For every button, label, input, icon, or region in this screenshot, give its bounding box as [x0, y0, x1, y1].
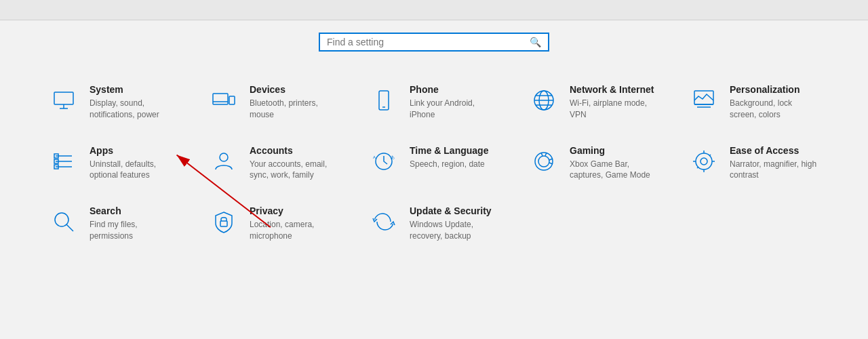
network-desc: Wi-Fi, airplane mode, VPN: [570, 98, 660, 121]
privacy-title: Privacy: [250, 205, 340, 216]
personalization-desc: Background, lock screen, colors: [730, 98, 821, 121]
top-bar: [0, 0, 868, 20]
ease-title: Ease of Access: [730, 145, 821, 156]
setting-item-time[interactable]: A あ Time & Language Speech, region, date: [354, 133, 514, 194]
search-icon: 🔍: [530, 37, 541, 47]
ease-text: Ease of Access Narrator, magnifier, high…: [730, 145, 821, 182]
setting-item-network[interactable]: Network & Internet Wi-Fi, airplane mode,…: [514, 72, 674, 133]
apps-text: Apps Uninstall, defaults, optional featu…: [90, 145, 180, 182]
svg-line-38: [709, 155, 711, 156]
setting-item-update[interactable]: Update & Security Windows Update, recove…: [354, 193, 514, 254]
privacy-text: Privacy Location, camera, microphone: [250, 205, 340, 242]
system-icon: [47, 84, 80, 117]
svg-rect-42: [220, 221, 227, 226]
accounts-title: Accounts: [250, 145, 340, 156]
svg-line-41: [66, 224, 73, 231]
svg-point-27: [538, 156, 549, 167]
phone-title: Phone: [410, 84, 500, 95]
apps-desc: Uninstall, defaults, optional features: [90, 159, 180, 182]
update-desc: Windows Update, recovery, backup: [410, 219, 500, 242]
svg-point-33: [701, 158, 707, 165]
update-text: Update & Security Windows Update, recove…: [410, 205, 500, 242]
personalization-title: Personalization: [730, 84, 821, 95]
search-bar[interactable]: 🔍: [319, 33, 549, 52]
ease-desc: Narrator, magnifier, high contrast: [730, 159, 821, 182]
time-icon: A あ: [368, 145, 400, 178]
search-input[interactable]: [327, 37, 527, 47]
setting-item-gaming[interactable]: Gaming Xbox Game Bar, captures, Game Mod…: [514, 133, 674, 194]
network-title: Network & Internet: [570, 84, 660, 95]
search-bar-container: 🔍: [0, 33, 868, 52]
svg-point-22: [220, 153, 228, 161]
phone-icon: [368, 84, 400, 117]
svg-point-26: [535, 153, 553, 170]
gaming-icon: [528, 145, 560, 178]
setting-item-system[interactable]: System Display, sound, notifications, po…: [34, 72, 194, 133]
svg-rect-0: [54, 92, 73, 104]
devices-desc: Bluetooth, printers, mouse: [250, 98, 340, 121]
svg-rect-3: [213, 94, 228, 104]
personalization-icon: [688, 84, 720, 117]
search-text: Search Find my files, permissions: [90, 205, 180, 242]
update-title: Update & Security: [410, 205, 500, 216]
settings-grid: System Display, sound, notifications, po…: [34, 72, 834, 254]
search-title: Search: [90, 205, 180, 216]
system-title: System: [90, 84, 180, 95]
accounts-desc: Your accounts, email, sync, work, family: [250, 159, 340, 182]
devices-text: Devices Bluetooth, printers, mouse: [250, 84, 340, 121]
setting-item-personalization[interactable]: Personalization Background, lock screen,…: [674, 72, 834, 133]
setting-item-accounts[interactable]: Accounts Your accounts, email, sync, wor…: [194, 133, 354, 194]
update-icon: [368, 205, 400, 238]
setting-item-apps[interactable]: Apps Uninstall, defaults, optional featu…: [34, 133, 194, 194]
time-desc: Speech, region, date: [410, 159, 488, 170]
devices-title: Devices: [250, 84, 340, 95]
apps-title: Apps: [90, 145, 180, 156]
personalization-text: Personalization Background, lock screen,…: [730, 84, 821, 121]
gaming-title: Gaming: [570, 145, 660, 156]
gaming-text: Gaming Xbox Game Bar, captures, Game Mod…: [570, 145, 660, 182]
search-icon: [47, 205, 80, 238]
accounts-text: Accounts Your accounts, email, sync, wor…: [250, 145, 340, 182]
setting-item-phone[interactable]: Phone Link your Android, iPhone: [354, 72, 514, 133]
setting-item-ease[interactable]: Ease of Access Narrator, magnifier, high…: [674, 133, 834, 194]
gaming-desc: Xbox Game Bar, captures, Game Mode: [570, 159, 660, 182]
setting-item-privacy[interactable]: Privacy Location, camera, microphone: [194, 193, 354, 254]
svg-text:A: A: [373, 155, 376, 159]
svg-rect-4: [229, 96, 235, 104]
time-title: Time & Language: [410, 145, 488, 156]
network-icon: [528, 84, 560, 117]
svg-text:あ: あ: [391, 155, 395, 160]
time-text: Time & Language Speech, region, date: [410, 145, 488, 170]
phone-desc: Link your Android, iPhone: [410, 98, 500, 121]
apps-icon: [47, 145, 80, 178]
devices-icon: [208, 84, 240, 117]
network-text: Network & Internet Wi-Fi, airplane mode,…: [570, 84, 660, 121]
privacy-desc: Location, camera, microphone: [250, 219, 340, 242]
privacy-icon: [208, 205, 240, 238]
system-text: System Display, sound, notifications, po…: [90, 84, 180, 121]
ease-icon: [688, 145, 720, 178]
search-desc: Find my files, permissions: [90, 219, 180, 242]
accounts-icon: [208, 145, 240, 178]
setting-item-devices[interactable]: Devices Bluetooth, printers, mouse: [194, 72, 354, 133]
system-desc: Display, sound, notifications, power: [90, 98, 180, 121]
phone-text: Phone Link your Android, iPhone: [410, 84, 500, 121]
setting-item-search[interactable]: Search Find my files, permissions: [34, 193, 194, 254]
svg-line-39: [697, 167, 698, 168]
